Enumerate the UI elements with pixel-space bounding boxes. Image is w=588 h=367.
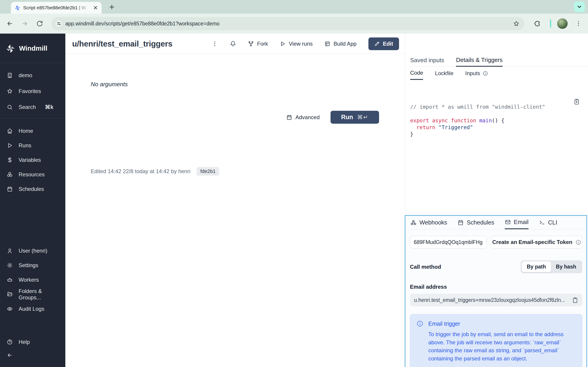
tab-search-button[interactable]: [574, 1, 585, 12]
extensions-icon[interactable]: [534, 20, 541, 27]
sidebar-item-schedules[interactable]: Schedules: [0, 184, 65, 194]
email-token-input[interactable]: [410, 236, 487, 249]
calendar-icon: [457, 219, 464, 225]
subtab-inputs[interactable]: Inputs: [465, 67, 488, 80]
search-icon: [7, 104, 13, 110]
sidebar-item-audit-logs[interactable]: Audit Logs: [0, 303, 65, 314]
fork-button[interactable]: Fork: [248, 41, 268, 47]
sidebar-item-label: Home: [19, 128, 33, 134]
sidebar-item-folders-groups[interactable]: Folders & Groups...: [0, 289, 65, 300]
sidebar-item-workers[interactable]: Workers: [0, 274, 65, 285]
view-runs-button[interactable]: View runs: [280, 41, 313, 47]
boxes-icon: [7, 172, 13, 177]
sidebar-item-settings[interactable]: Settings: [0, 260, 65, 271]
tab-email-label: Email: [514, 218, 529, 225]
fork-icon: [248, 41, 254, 47]
tab-email[interactable]: Email: [505, 216, 529, 229]
browser-chrome: Script e857be88e0fde2b1 | W app.windmill…: [0, 0, 588, 33]
sidebar-item-label: Schedules: [19, 186, 44, 192]
edit-label: Edit: [383, 41, 393, 47]
info-box-body: To trigger the job by email, send an ema…: [428, 330, 576, 362]
info-icon: [416, 320, 423, 327]
home-icon: [7, 128, 13, 134]
avatar[interactable]: [557, 18, 568, 29]
reload-icon[interactable]: [36, 20, 43, 27]
build-app-label: Build App: [334, 41, 356, 47]
email-trigger-info-box: Email trigger To trigger the job by emai…: [410, 314, 582, 367]
tab-close-icon[interactable]: [93, 5, 98, 11]
tab-cli[interactable]: CLI: [539, 216, 557, 229]
help-icon: [7, 339, 13, 345]
sidebar-item-label: Runs: [19, 142, 31, 149]
gear-icon: [7, 262, 13, 268]
forward-icon[interactable]: [21, 20, 28, 27]
windmill-logo[interactable]: Windmill: [0, 33, 65, 63]
create-email-token-label: Create an Email-specific Token: [492, 239, 572, 245]
sidebar-item-label: Help: [19, 339, 30, 345]
url-bar[interactable]: app.windmill.dev/scripts/get/e857be88e0f…: [51, 17, 524, 30]
tab-cli-label: CLI: [548, 219, 557, 226]
sidebar-item-runs[interactable]: Runs: [0, 140, 65, 151]
eye-icon: [7, 306, 13, 312]
sidebar-item-workspace[interactable]: demo: [0, 70, 65, 81]
run-button[interactable]: Run ⌘↵: [331, 111, 379, 124]
user-icon: [7, 248, 13, 254]
sidebar-item-home[interactable]: Home: [0, 125, 65, 136]
by-hash-option[interactable]: By hash: [551, 261, 581, 272]
code-viewer[interactable]: // import * as wmill from "windmill-clie…: [405, 80, 588, 138]
tab-strip: Script e857be88e0fde2b1 | W: [0, 0, 588, 14]
copy-email-icon[interactable]: [572, 297, 578, 303]
call-method-toggle: By path By hash: [521, 260, 582, 273]
subtab-code[interactable]: Code: [410, 67, 423, 80]
info-icon: [483, 71, 488, 76]
sidebar-item-variables[interactable]: $ Variables: [0, 155, 65, 166]
bell-icon[interactable]: [230, 41, 236, 47]
site-settings-icon[interactable]: [56, 21, 62, 26]
url-text[interactable]: app.windmill.dev/scripts/get/e857be88e0f…: [65, 21, 509, 27]
advanced-button[interactable]: Advanced: [286, 114, 320, 121]
page-title: u/henri/test_email_triggers: [72, 39, 172, 48]
sidebar-item-user[interactable]: User (henri): [0, 245, 65, 256]
sidebar-item-search[interactable]: Search ⌘k: [0, 102, 65, 113]
tab-saved-inputs[interactable]: Saved inputs: [410, 54, 444, 67]
tab-webhooks[interactable]: Webhooks: [410, 216, 447, 229]
back-icon[interactable]: [6, 20, 13, 27]
sidebar-item-resources[interactable]: Resources: [0, 169, 65, 180]
subtab-lockfile[interactable]: Lockfile: [435, 67, 453, 80]
email-address-field[interactable]: u.henri.test_email_triggers+mrsw23zlouxg…: [410, 294, 582, 306]
browser-menu-icon[interactable]: [575, 20, 582, 27]
view-runs-label: View runs: [289, 41, 313, 47]
by-path-option[interactable]: By path: [522, 261, 551, 272]
tab-details-triggers[interactable]: Details & Triggers: [456, 54, 502, 67]
build-app-button[interactable]: Build App: [324, 41, 356, 47]
tab-title: Script e857be88e0fde2b1 | W: [23, 5, 90, 10]
create-email-token-button[interactable]: Create an Email-specific Token: [491, 236, 582, 249]
copy-code-icon[interactable]: [573, 85, 580, 91]
subtab-inputs-label: Inputs: [465, 70, 480, 76]
kebab-menu-icon[interactable]: [212, 41, 218, 47]
sidebar-workspace-group: demo Favorites Search ⌘k: [0, 63, 65, 119]
new-tab-icon[interactable]: [108, 4, 115, 10]
info-icon: [576, 239, 581, 245]
windmill-logo-text: Windmill: [19, 44, 47, 52]
calendar-icon: [7, 186, 13, 192]
sidebar-collapse[interactable]: [0, 350, 65, 361]
edit-button[interactable]: Edit: [368, 37, 399, 50]
bookmark-star-icon[interactable]: [513, 20, 520, 27]
folder-open-icon: [7, 292, 13, 297]
tab-schedules[interactable]: Schedules: [457, 216, 494, 229]
sidebar-item-help[interactable]: Help: [0, 337, 65, 348]
browser-tab[interactable]: Script e857be88e0fde2b1 | W: [11, 2, 102, 14]
building-icon: [7, 72, 13, 78]
header-actions: Fork View runs Build App Edit: [212, 37, 399, 50]
sidebar-bottom: User (henri) Settings Workers Folders & …: [0, 245, 65, 367]
run-label: Run: [341, 114, 353, 121]
no-arguments-text: No arguments: [91, 81, 128, 88]
details-panel: Saved inputs Details & Triggers Code Loc…: [405, 33, 588, 215]
email-trigger-body: Create an Email-specific Token Call meth…: [405, 229, 586, 367]
version-badge[interactable]: fde2b1: [197, 167, 219, 176]
play-icon: [7, 142, 13, 149]
sidebar-item-favorites[interactable]: Favorites: [0, 86, 65, 97]
toolbar-divider: [550, 19, 551, 28]
details-panel-tabs: Saved inputs Details & Triggers: [405, 54, 588, 67]
